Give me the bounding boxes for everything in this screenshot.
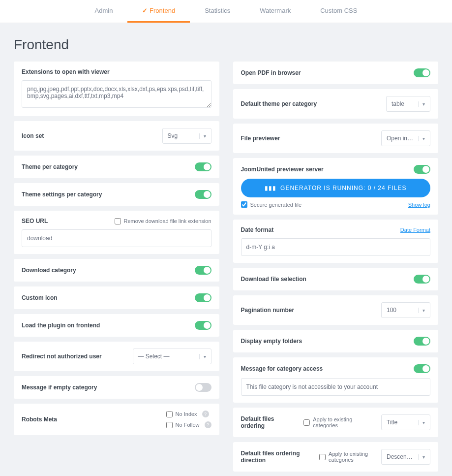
open-pdf-label: Open PDF in browser <box>241 69 301 76</box>
ordering1-label: Default files ordering <box>241 415 299 429</box>
card-download-selection: Download file selection <box>233 268 439 290</box>
show-log-link[interactable]: Show log <box>408 202 430 208</box>
date-format-link[interactable]: Date Format <box>400 227 430 233</box>
tab-statistics[interactable]: Statistics <box>190 0 245 23</box>
seo-url-label: SEO URL <box>22 218 48 224</box>
card-pagination: Pagination number 100 ▾ <box>233 295 439 325</box>
icon-set-value: Svg <box>168 132 178 139</box>
no-follow-checkbox[interactable]: No Follow? <box>166 421 211 428</box>
redirect-select[interactable]: — Select — ▾ <box>133 349 211 364</box>
download-selection-toggle[interactable] <box>414 275 430 284</box>
card-message-empty: Message if empty category <box>14 376 219 399</box>
date-format-label: Date format <box>241 226 274 233</box>
chevron-down-icon: ▾ <box>418 420 425 425</box>
card-ordering-files: Default files ordering Apply to existing… <box>233 408 439 437</box>
ordering2-label: Default files ordering direction <box>241 450 315 464</box>
open-pdf-toggle[interactable] <box>414 68 430 77</box>
card-message-access: Message for category access <box>233 357 439 403</box>
card-ordering-direction: Default files ordering direction Apply t… <box>233 442 439 472</box>
download-selection-label: Download file selection <box>241 276 306 283</box>
card-theme-settings-per-category: Theme settings per category <box>14 183 219 206</box>
custom-icon-label: Custom icon <box>22 294 58 301</box>
extensions-input[interactable]: png,jpg,jpeg,pdf,ppt,pptx,doc,docx,xls,x… <box>22 80 211 108</box>
chevron-down-icon: ▾ <box>418 308 425 313</box>
message-empty-toggle[interactable] <box>195 383 211 392</box>
tab-frontend[interactable]: Frontend <box>127 0 190 23</box>
date-format-input[interactable] <box>241 238 431 256</box>
redirect-value: — Select — <box>138 353 170 360</box>
help-icon[interactable]: ? <box>205 421 211 428</box>
card-theme-per-category: Theme per category <box>14 156 219 178</box>
card-load-plugin: Load the plugin on frontend <box>14 314 219 337</box>
chevron-down-icon: ▾ <box>199 133 206 139</box>
display-empty-toggle[interactable] <box>414 337 430 346</box>
file-previewer-label: File previewer <box>241 135 280 142</box>
message-access-label: Message for category access <box>241 365 323 372</box>
display-empty-label: Display empty folders <box>241 338 302 345</box>
generator-status: ▮▮▮ GENERATOR IS RUNNING: 0 / 24 FILES <box>241 179 431 197</box>
card-seo-url: SEO URL Remove download file link extens… <box>14 211 219 254</box>
card-file-previewer: File previewer Open in a ligh ▾ <box>233 124 439 153</box>
theme-per-category-toggle[interactable] <box>195 162 211 171</box>
extensions-label: Extensions to open with viewer <box>22 68 211 75</box>
file-previewer-select[interactable]: Open in a ligh ▾ <box>381 130 430 146</box>
joomunited-toggle[interactable] <box>414 165 430 174</box>
ordering2-value: Descending <box>387 453 414 460</box>
card-display-empty: Display empty folders <box>233 330 439 352</box>
card-extensions: Extensions to open with viewer png,jpg,j… <box>14 62 219 116</box>
icon-set-select[interactable]: Svg ▾ <box>162 128 211 144</box>
ordering1-select[interactable]: Title ▾ <box>381 414 430 430</box>
default-theme-select[interactable]: table ▾ <box>386 96 430 112</box>
tab-admin[interactable]: Admin <box>80 0 128 23</box>
page-title: Frontend <box>14 37 438 53</box>
ordering1-value: Title <box>387 419 397 426</box>
theme-settings-label: Theme settings per category <box>22 191 102 198</box>
remove-extension-checkbox[interactable]: Remove download file link extension <box>115 218 211 224</box>
joomunited-label: JoomUnited previewer server <box>241 166 324 173</box>
file-previewer-value: Open in a ligh <box>387 135 414 142</box>
custom-icon-toggle[interactable] <box>195 293 211 302</box>
ordering1-checkbox[interactable]: Apply to existing categories <box>303 416 376 428</box>
message-access-input[interactable] <box>241 378 431 396</box>
theme-settings-toggle[interactable] <box>195 190 211 199</box>
ordering2-checkbox[interactable]: Apply to existing categories <box>319 451 376 463</box>
secure-file-checkbox[interactable]: Secure generated file <box>241 201 302 208</box>
ordering2-select[interactable]: Descending ▾ <box>381 449 430 465</box>
icon-set-label: Icon set <box>22 132 44 139</box>
load-plugin-toggle[interactable] <box>195 321 211 330</box>
card-joomunited: JoomUnited previewer server ▮▮▮ GENERATO… <box>233 158 439 215</box>
help-icon[interactable]: ? <box>202 411 209 417</box>
card-default-theme: Default theme per category table ▾ <box>233 89 439 119</box>
download-category-toggle[interactable] <box>195 266 211 275</box>
default-theme-label: Default theme per category <box>241 100 317 107</box>
chevron-down-icon: ▾ <box>418 101 425 107</box>
card-redirect: Redirect not authorized user — Select — … <box>14 342 219 371</box>
redirect-label: Redirect not authorized user <box>22 353 102 360</box>
seo-url-input[interactable] <box>22 229 211 247</box>
card-date-format: Date format Date Format <box>233 220 439 263</box>
pagination-select[interactable]: 100 ▾ <box>381 302 430 318</box>
message-access-toggle[interactable] <box>414 364 430 373</box>
download-category-label: Download category <box>22 267 76 274</box>
default-theme-value: table <box>392 100 404 107</box>
barcode-icon: ▮▮▮ <box>265 185 276 191</box>
theme-per-category-label: Theme per category <box>22 163 78 170</box>
chevron-down-icon: ▾ <box>418 454 425 460</box>
pagination-value: 100 <box>387 307 396 314</box>
tabs-nav: Admin Frontend Statistics Watermark Cust… <box>0 0 452 23</box>
card-open-pdf: Open PDF in browser <box>233 62 439 84</box>
message-empty-label: Message if empty category <box>22 384 97 391</box>
chevron-down-icon: ▾ <box>199 354 206 359</box>
card-download-category: Download category <box>14 259 219 282</box>
card-robots: Robots Meta No Index? No Follow? <box>14 404 219 435</box>
tab-watermark[interactable]: Watermark <box>245 0 305 23</box>
card-icon-set: Icon set Svg ▾ <box>14 121 219 151</box>
pagination-label: Pagination number <box>241 307 295 314</box>
tab-custom-css[interactable]: Custom CSS <box>305 0 372 23</box>
card-custom-icon: Custom icon <box>14 286 219 309</box>
robots-label: Robots Meta <box>22 416 57 423</box>
chevron-down-icon: ▾ <box>418 136 425 141</box>
no-index-checkbox[interactable]: No Index? <box>166 411 211 417</box>
load-plugin-label: Load the plugin on frontend <box>22 322 100 329</box>
